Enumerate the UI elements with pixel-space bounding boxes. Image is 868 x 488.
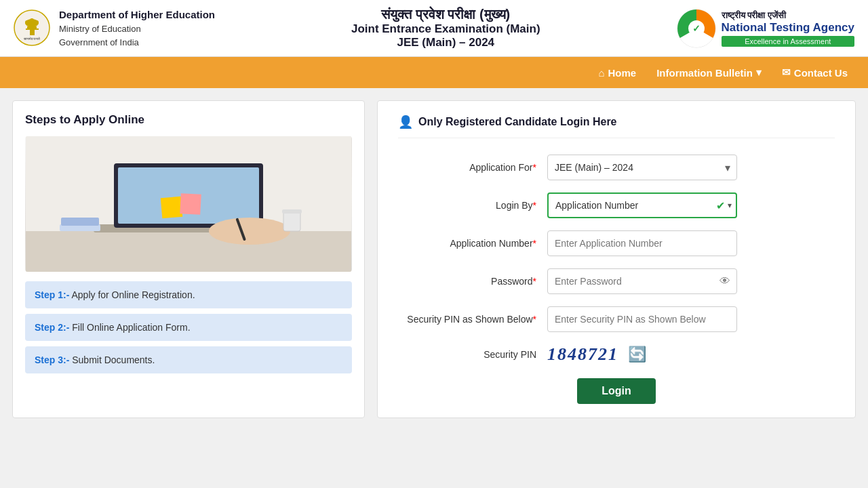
application-for-row: Application For* JEE (Main) – 2024 ▾ — [398, 155, 835, 180]
login-by-select[interactable]: Application Number — [547, 192, 737, 218]
svg-point-17 — [209, 218, 290, 245]
application-for-label: Application For* — [398, 162, 547, 173]
svg-rect-13 — [26, 231, 351, 272]
nta-english-text: National Testing Agency — [722, 21, 854, 35]
login-by-label: Login By* — [398, 200, 547, 211]
login-by-wrapper[interactable]: Application Number ✔ ▾ — [547, 192, 737, 218]
govt-name: Government of India — [59, 36, 215, 49]
password-row: Password* 👁 — [398, 268, 835, 294]
step-1-label: Step 1:- — [35, 289, 69, 300]
security-pin-display-label: Security PIN — [398, 349, 547, 360]
security-pin-display: 1848721 🔄 — [547, 344, 646, 365]
password-toggle-icon[interactable]: 👁 — [719, 275, 730, 287]
nta-hindi-text: राष्ट्रीय परीक्षा एजेंसी — [722, 10, 854, 21]
nta-logo: ✓ राष्ट्रीय परीक्षा एजेंसी National Test… — [677, 9, 854, 48]
page-header: सत्यमेव जयते Department of Higher Educat… — [0, 0, 868, 57]
application-number-input[interactable] — [547, 230, 737, 256]
security-pin-input[interactable] — [547, 306, 737, 332]
svg-rect-18 — [283, 211, 300, 231]
svg-rect-21 — [180, 193, 201, 215]
svg-rect-2 — [27, 26, 37, 28]
svg-rect-23 — [61, 218, 99, 226]
password-input[interactable] — [547, 268, 737, 294]
hindi-title: संयुक्त प्रवेश परीक्षा (मुख्य) — [351, 7, 540, 22]
application-number-row: Application Number* — [398, 230, 835, 256]
application-number-label: Application Number* — [398, 238, 547, 249]
svg-point-5 — [30, 18, 34, 22]
security-pin-display-row: Security PIN 1848721 🔄 — [398, 344, 835, 365]
info-bulletin-label: Information Bulletin — [656, 67, 753, 79]
step-3-text: Submit Documents. — [72, 354, 155, 365]
main-content: Steps to Apply Online — [0, 88, 868, 430]
login-by-check-icon: ✔ — [716, 199, 725, 212]
password-label: Password* — [398, 276, 547, 287]
emblem-icon: सत्यमेव जयते — [14, 9, 51, 47]
navigation-bar: ⌂ Home Information Bulletin ▾ ✉ Contact … — [0, 57, 868, 88]
dept-logo-block: सत्यमेव जयते Department of Higher Educat… — [14, 7, 215, 49]
security-pin-input-row: Security PIN as Shown Below* — [398, 306, 835, 332]
login-button-row: Login — [398, 378, 835, 404]
contact-us-nav-item[interactable]: ✉ Contact Us — [782, 66, 848, 79]
step-2-text: Fill Online Application Form. — [72, 322, 190, 333]
home-label: Home — [608, 67, 636, 79]
login-header: 👤 Only Registered Candidate Login Here — [398, 115, 835, 138]
svg-rect-20 — [161, 197, 183, 219]
right-panel: 👤 Only Registered Candidate Login Here A… — [377, 100, 856, 418]
info-bulletin-dropdown-icon: ▾ — [756, 66, 762, 79]
year-title: JEE (Main) – 2024 — [351, 36, 540, 49]
svg-point-4 — [25, 20, 29, 24]
application-for-select[interactable]: JEE (Main) – 2024 — [547, 155, 737, 180]
refresh-pin-icon[interactable]: 🔄 — [628, 346, 646, 363]
ministry-name: Ministry of Education — [59, 22, 215, 36]
laptop-illustration — [25, 136, 352, 272]
home-nav-item[interactable]: ⌂ Home — [598, 67, 636, 79]
step-1-item: Step 1:- Apply for Online Registration. — [25, 281, 352, 308]
nta-text: राष्ट्रीय परीक्षा एजेंसी National Testin… — [722, 10, 854, 47]
nta-logo-block: ✓ राष्ट्रीय परीक्षा एजेंसी National Test… — [677, 9, 854, 48]
login-header-text: Only Registered Candidate Login Here — [418, 116, 617, 128]
svg-text:✓: ✓ — [692, 23, 701, 34]
svg-rect-3 — [26, 28, 39, 30]
svg-rect-7 — [30, 30, 35, 35]
security-pin-input-label: Security PIN as Shown Below* — [398, 314, 547, 325]
svg-point-6 — [35, 20, 39, 24]
nta-tagline: Excellence in Assessment — [722, 36, 854, 47]
home-icon: ⌂ — [598, 67, 604, 79]
step-2-label: Step 2:- — [35, 322, 69, 333]
info-bulletin-nav-item[interactable]: Information Bulletin ▾ — [656, 66, 762, 79]
step-3-label: Step 3:- — [35, 354, 69, 365]
step-3-item: Step 3:- Submit Documents. — [25, 346, 352, 373]
password-wrapper[interactable]: 👁 — [547, 268, 737, 294]
step-2-item: Step 2:- Fill Online Application Form. — [25, 314, 352, 341]
left-panel: Steps to Apply Online — [12, 100, 365, 418]
user-icon: 👤 — [398, 115, 413, 129]
laptop-image — [25, 136, 352, 272]
svg-text:सत्यमेव जयते: सत्यमेव जयते — [23, 37, 40, 41]
step-1-text: Apply for Online Registration. — [71, 289, 195, 300]
dept-info: Department of Higher Education Ministry … — [59, 7, 215, 49]
security-pin-value: 1848721 — [547, 344, 618, 365]
login-by-row: Login By* Application Number ✔ ▾ — [398, 192, 835, 218]
exam-title-block: संयुक्त प्रवेश परीक्षा (मुख्य) Joint Ent… — [351, 7, 540, 49]
application-for-wrapper[interactable]: JEE (Main) – 2024 ▾ — [547, 155, 737, 180]
contact-us-label: Contact Us — [794, 67, 848, 79]
eng-title: Joint Entrance Examination (Main) — [351, 22, 540, 36]
dept-name: Department of Higher Education — [59, 7, 215, 23]
steps-title: Steps to Apply Online — [25, 113, 352, 127]
contact-icon: ✉ — [782, 66, 791, 79]
svg-rect-19 — [282, 209, 302, 214]
login-by-dropdown-icon: ▾ — [728, 201, 732, 210]
login-button[interactable]: Login — [577, 378, 656, 404]
nta-circle-icon: ✓ — [677, 9, 716, 48]
